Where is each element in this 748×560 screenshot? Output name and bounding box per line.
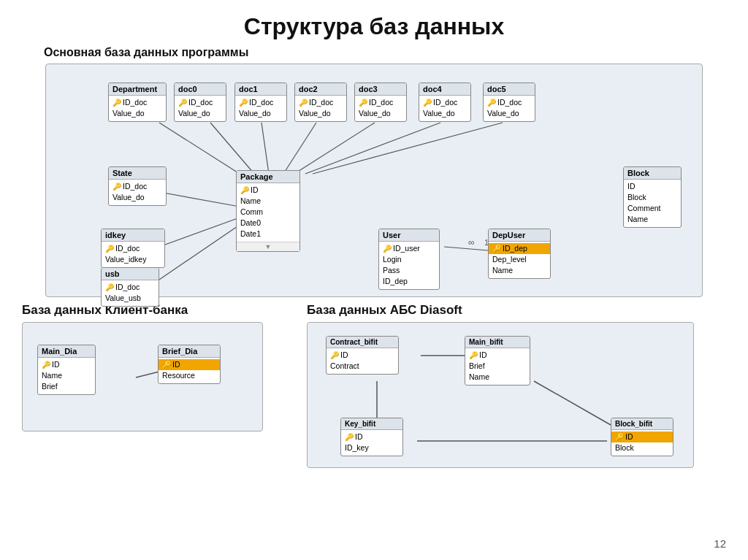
table-contract-bifit: Contract_bifit 🔑 ID Contract — [326, 336, 399, 375]
svg-line-4 — [294, 123, 375, 174]
svg-line-5 — [305, 123, 440, 174]
page-title: Структура баз данных — [0, 0, 748, 46]
table-doc0: doc0 🔑 ID_doc Value_do — [174, 83, 226, 122]
page-number: 12 — [714, 537, 726, 550]
main-section-label: Основная база данных программы — [44, 46, 748, 59]
table-depuser: DepUser 🔑 ID_dep Dep_level Name — [488, 229, 551, 279]
table-block: Block ID Block Comment Name — [623, 166, 682, 228]
svg-line-15 — [534, 381, 611, 425]
table-doc1: doc1 🔑 ID_doc Value_do — [234, 83, 287, 122]
svg-line-3 — [283, 123, 316, 174]
table-doc5: doc5 🔑 ID_doc Value_do — [483, 83, 535, 122]
table-main-dia: Main_Dia 🔑 ID Name Brief — [37, 345, 96, 395]
svg-line-2 — [262, 123, 269, 174]
svg-line-10 — [444, 247, 488, 250]
svg-line-1 — [210, 123, 254, 174]
diasoft-section-label: База данных АБС Diasoft — [307, 303, 716, 318]
svg-line-7 — [159, 192, 240, 207]
main-diagram-area: ∞ 1 Department 🔑 ID_doc Value_do doc0 🔑 … — [45, 64, 703, 297]
table-department: Department 🔑 ID_doc Value_do — [108, 83, 167, 122]
table-usb: usb 🔑 ID_doc Value_usb — [101, 267, 159, 307]
table-doc2: doc2 🔑 ID_doc Value_do — [294, 83, 347, 122]
svg-line-6 — [313, 123, 503, 174]
svg-line-9 — [159, 225, 240, 280]
table-user: User 🔑 ID_user Login Pass ID_dep — [378, 229, 440, 290]
table-doc4: doc4 🔑 ID_doc Value_do — [419, 83, 471, 122]
table-main-bifit: Main_bifit 🔑 ID Brief Name — [465, 336, 530, 386]
table-idkey: idkey 🔑 ID_doc Value_idkey — [101, 229, 165, 268]
svg-line-0 — [159, 123, 240, 174]
client-diagram-area: Main_Dia 🔑 ID Name Brief Brief_Dia 🔑 ID … — [22, 322, 263, 431]
table-brief-dia: Brief_Dia 🔑 ID Resource — [158, 345, 221, 384]
table-block-bifit: Block_bifit 🔑 ID Block — [611, 418, 673, 456]
table-key-bifit: Key_bifit 🔑 ID ID_key — [340, 418, 403, 456]
table-state: State 🔑 ID_doc Value_do — [108, 166, 167, 206]
table-doc3: doc3 🔑 ID_doc Value_do — [354, 83, 407, 122]
svg-text:∞: ∞ — [468, 237, 475, 248]
svg-line-8 — [159, 218, 240, 247]
diasoft-diagram-area: Contract_bifit 🔑 ID Contract Main_bifit … — [307, 322, 694, 468]
table-package: Package 🔑 ID Name Comm Date0 Date1 ▼ — [236, 170, 300, 252]
